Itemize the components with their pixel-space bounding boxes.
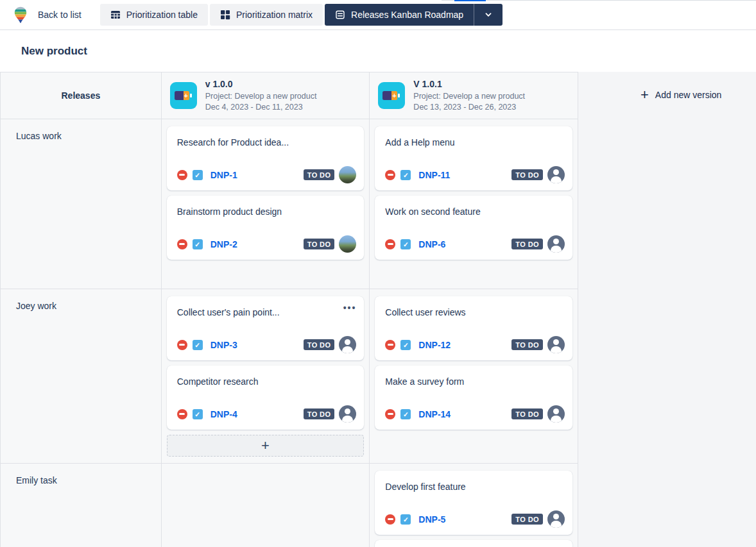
avatar[interactable] <box>339 405 356 423</box>
card-footer: DNP-11 TO DO <box>385 166 565 183</box>
priority-blocker-icon <box>177 340 187 350</box>
add-version-button[interactable]: + Add new version <box>640 88 721 102</box>
priority-blocker-icon <box>177 170 187 180</box>
status-badge: TO DO <box>511 239 543 249</box>
board-row: Lucas work Research for Product idea... … <box>1 119 578 289</box>
task-type-icon <box>400 170 411 180</box>
issue-card[interactable]: Collect user's pain point... ••• DNP-3 T… <box>167 296 365 360</box>
avatar[interactable] <box>547 405 565 423</box>
priority-blocker-icon <box>385 514 395 525</box>
issue-card[interactable]: Competitor research DNP-4 TO DO <box>167 366 365 430</box>
issue-key-link[interactable]: DNP-6 <box>418 239 445 249</box>
partial-card[interactable] <box>375 540 572 547</box>
app-screen: Back to list Prioritization table <box>0 0 756 547</box>
priority-blocker-icon <box>385 340 395 350</box>
card-menu-button[interactable]: ••• <box>343 303 357 313</box>
card-footer: DNP-5 TO DO <box>385 510 565 528</box>
tab-label: Releases Kanban Roadmap <box>351 10 463 20</box>
matrix-icon <box>220 10 230 20</box>
issue-key-link[interactable]: DNP-1 <box>210 170 237 180</box>
kanban-roadmap-icon <box>335 10 345 20</box>
version-cell[interactable]: Develop first feature DNP-5 TO DO <box>369 464 578 547</box>
issue-card[interactable]: Research for Product idea... DNP-1 TO DO <box>167 126 365 190</box>
issue-key-link[interactable]: DNP-12 <box>418 340 451 350</box>
status-badge: TO DO <box>511 169 543 180</box>
status-badge: TO DO <box>304 339 335 350</box>
task-type-icon <box>400 340 411 350</box>
issue-key-link[interactable]: DNP-5 <box>418 514 445 525</box>
card-footer: DNP-2 TO DO <box>177 235 357 253</box>
issue-card[interactable]: Make a survey form DNP-14 TO DO <box>375 366 572 430</box>
priority-blocker-icon <box>177 409 187 419</box>
issue-card[interactable]: Add a Help menu DNP-11 TO DO <box>375 126 572 190</box>
issue-key-link[interactable]: DNP-3 <box>210 340 237 350</box>
issue-card[interactable]: Work on second feature DNP-6 TO DO <box>375 196 572 260</box>
top-blue-indicator <box>454 0 486 1</box>
board-grid: Releases + v 1.0.0 Project: Develop a ne… <box>0 72 578 547</box>
task-type-icon <box>193 409 203 419</box>
top-bar: Back to list Prioritization table <box>0 0 756 30</box>
releases-corner-label: Releases <box>1 72 161 119</box>
avatar[interactable] <box>339 235 356 253</box>
issue-card[interactable]: Brainstorm product design DNP-2 TO DO <box>167 196 365 260</box>
tab-releases-kanban-roadmap[interactable]: Releases Kanban Roadmap <box>325 4 474 26</box>
card-title: Collect user's pain point... <box>177 307 354 317</box>
task-type-icon <box>400 514 411 525</box>
priority-blocker-icon <box>385 409 395 419</box>
version-info: V 1.0.1 Project: Develop a new product D… <box>413 79 525 112</box>
issue-key-link[interactable]: DNP-4 <box>210 409 237 419</box>
board-header-row: Releases + v 1.0.0 Project: Develop a ne… <box>1 72 578 119</box>
version-cell[interactable] <box>161 464 370 547</box>
avatar[interactable] <box>339 336 356 353</box>
tab-prioritization-matrix[interactable]: Prioritization matrix <box>210 4 323 26</box>
avatar[interactable] <box>547 510 565 528</box>
version-cell[interactable]: Collect user reviews DNP-12 TO DO Make a… <box>369 289 578 463</box>
app-logo-balloon-icon <box>14 6 27 24</box>
version-header-v101[interactable]: + V 1.0.1 Project: Develop a new product… <box>369 72 578 119</box>
card-title: Work on second feature <box>385 206 562 217</box>
issue-card[interactable]: Collect user reviews DNP-12 TO DO <box>375 296 572 360</box>
status-badge: TO DO <box>511 514 543 525</box>
card-title: Add a Help menu <box>385 137 562 147</box>
version-project: Project: Develop a new product <box>205 91 317 102</box>
add-version-label: Add new version <box>655 90 722 100</box>
release-version-icon: + <box>170 82 197 109</box>
version-cell[interactable]: Research for Product idea... DNP-1 TO DO… <box>161 119 370 289</box>
avatar[interactable] <box>547 235 565 253</box>
task-type-icon <box>193 170 203 180</box>
active-tab-group: Releases Kanban Roadmap <box>325 4 503 26</box>
status-badge: TO DO <box>304 169 335 180</box>
page-title: New product <box>21 45 87 58</box>
sub-header: New product <box>0 30 756 72</box>
priority-blocker-icon <box>177 239 187 249</box>
version-cell[interactable]: Collect user's pain point... ••• DNP-3 T… <box>161 289 370 463</box>
tab-label: Prioritization matrix <box>236 10 313 20</box>
version-dates: Dec 13, 2023 - Dec 26, 2023 <box>413 102 525 113</box>
issue-key-link[interactable]: DNP-14 <box>418 409 451 419</box>
back-to-list-link[interactable]: Back to list <box>38 10 82 20</box>
card-title: Research for Product idea... <box>177 137 354 147</box>
add-card-button[interactable]: + <box>167 435 365 457</box>
avatar[interactable] <box>547 336 565 353</box>
card-title: Competitor research <box>177 376 354 387</box>
version-header-v100[interactable]: + v 1.0.0 Project: Develop a new product… <box>161 72 370 119</box>
card-footer: DNP-14 TO DO <box>385 405 565 423</box>
row-label-cell: Emily task <box>1 464 161 547</box>
chevron-down-icon <box>483 10 494 20</box>
version-cell[interactable]: Add a Help menu DNP-11 TO DO Work on sec… <box>369 119 578 289</box>
plus-icon: + <box>640 88 649 102</box>
version-dates: Dec 4, 2023 - Dec 11, 2023 <box>205 102 317 113</box>
avatar[interactable] <box>339 166 356 183</box>
board-row: Emily task Develop first feature DNP-5 T… <box>1 463 578 547</box>
issue-key-link[interactable]: DNP-11 <box>418 170 450 180</box>
status-badge: TO DO <box>304 239 335 249</box>
tab-dropdown-button[interactable] <box>474 4 503 26</box>
issue-key-link[interactable]: DNP-2 <box>210 239 237 249</box>
tab-prioritization-table[interactable]: Prioritization table <box>100 4 208 26</box>
table-icon <box>110 10 121 20</box>
row-label-cell: Joey work <box>1 289 161 463</box>
board-side-panel: + Add new version <box>578 72 756 547</box>
card-footer: DNP-6 TO DO <box>385 235 565 253</box>
avatar[interactable] <box>547 166 565 183</box>
issue-card[interactable]: Develop first feature DNP-5 TO DO <box>375 471 572 535</box>
